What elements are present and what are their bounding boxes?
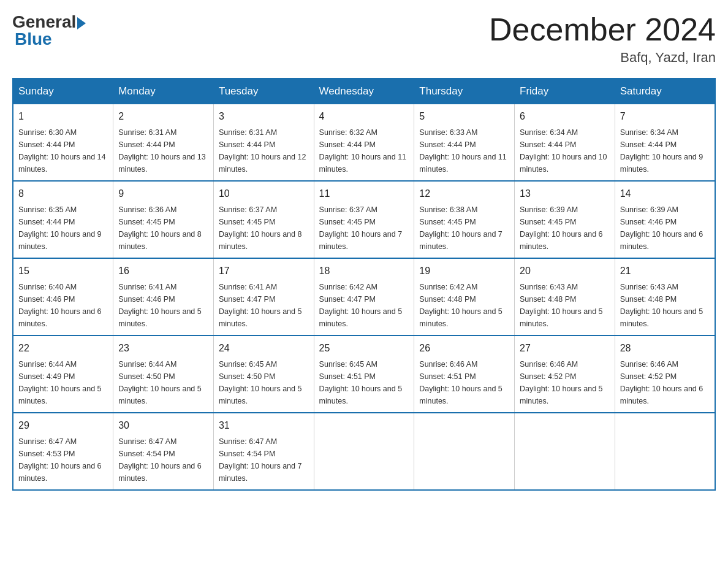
day-info: Sunrise: 6:31 AMSunset: 4:44 PMDaylight:… — [219, 126, 309, 175]
calendar-cell: 21Sunrise: 6:43 AMSunset: 4:48 PMDayligh… — [615, 258, 715, 335]
day-info: Sunrise: 6:37 AMSunset: 4:45 PMDaylight:… — [319, 204, 409, 253]
day-info: Sunrise: 6:37 AMSunset: 4:45 PMDaylight:… — [219, 204, 309, 253]
calendar-header-thursday: Thursday — [414, 79, 515, 104]
day-number: 5 — [419, 109, 509, 124]
calendar-cell: 31Sunrise: 6:47 AMSunset: 4:54 PMDayligh… — [213, 413, 314, 490]
calendar-week-5: 29Sunrise: 6:47 AMSunset: 4:53 PMDayligh… — [13, 413, 715, 490]
calendar-cell: 6Sunrise: 6:34 AMSunset: 4:44 PMDaylight… — [515, 104, 615, 182]
calendar-cell: 24Sunrise: 6:45 AMSunset: 4:50 PMDayligh… — [213, 335, 314, 413]
day-info: Sunrise: 6:47 AMSunset: 4:54 PMDaylight:… — [118, 435, 208, 484]
day-number: 8 — [18, 186, 108, 201]
calendar-header-saturday: Saturday — [615, 79, 715, 104]
calendar-cell: 7Sunrise: 6:34 AMSunset: 4:44 PMDaylight… — [615, 104, 715, 182]
day-info: Sunrise: 6:45 AMSunset: 4:51 PMDaylight:… — [319, 358, 409, 407]
day-info: Sunrise: 6:34 AMSunset: 4:44 PMDaylight:… — [520, 126, 610, 175]
day-number: 17 — [219, 264, 309, 278]
calendar-cell: 22Sunrise: 6:44 AMSunset: 4:49 PMDayligh… — [13, 335, 113, 413]
day-info: Sunrise: 6:47 AMSunset: 4:54 PMDaylight:… — [219, 435, 309, 484]
day-info: Sunrise: 6:46 AMSunset: 4:52 PMDaylight:… — [520, 358, 610, 407]
calendar-header-wednesday: Wednesday — [314, 79, 414, 104]
calendar-week-1: 1Sunrise: 6:30 AMSunset: 4:44 PMDaylight… — [13, 104, 715, 182]
calendar-cell: 3Sunrise: 6:31 AMSunset: 4:44 PMDaylight… — [213, 104, 314, 182]
day-info: Sunrise: 6:46 AMSunset: 4:51 PMDaylight:… — [419, 358, 509, 407]
day-number: 19 — [419, 264, 509, 278]
day-number: 28 — [620, 341, 710, 356]
day-info: Sunrise: 6:42 AMSunset: 4:48 PMDaylight:… — [419, 281, 509, 330]
day-number: 9 — [118, 186, 208, 201]
day-info: Sunrise: 6:34 AMSunset: 4:44 PMDaylight:… — [620, 126, 710, 175]
calendar-cell: 5Sunrise: 6:33 AMSunset: 4:44 PMDaylight… — [414, 104, 515, 182]
calendar-cell: 16Sunrise: 6:41 AMSunset: 4:46 PMDayligh… — [113, 258, 214, 335]
calendar-table: SundayMondayTuesdayWednesdayThursdayFrid… — [12, 78, 716, 491]
logo-arrow-icon — [77, 17, 86, 29]
calendar-cell: 29Sunrise: 6:47 AMSunset: 4:53 PMDayligh… — [13, 413, 113, 490]
day-number: 16 — [118, 264, 208, 278]
calendar-cell: 28Sunrise: 6:46 AMSunset: 4:52 PMDayligh… — [615, 335, 715, 413]
day-number: 31 — [219, 418, 309, 433]
calendar-cell: 4Sunrise: 6:32 AMSunset: 4:44 PMDaylight… — [314, 104, 414, 182]
day-number: 13 — [520, 186, 610, 201]
day-number: 7 — [620, 109, 710, 124]
day-info: Sunrise: 6:33 AMSunset: 4:44 PMDaylight:… — [419, 126, 509, 175]
day-number: 24 — [219, 341, 309, 356]
calendar-cell: 13Sunrise: 6:39 AMSunset: 4:45 PMDayligh… — [515, 181, 615, 258]
calendar-cell: 30Sunrise: 6:47 AMSunset: 4:54 PMDayligh… — [113, 413, 214, 490]
day-number: 29 — [18, 418, 108, 433]
day-number: 30 — [118, 418, 208, 433]
day-number: 27 — [520, 341, 610, 356]
day-number: 2 — [118, 109, 208, 124]
day-info: Sunrise: 6:42 AMSunset: 4:47 PMDaylight:… — [319, 281, 409, 330]
calendar-week-3: 15Sunrise: 6:40 AMSunset: 4:46 PMDayligh… — [13, 258, 715, 335]
calendar-header-monday: Monday — [113, 79, 214, 104]
day-info: Sunrise: 6:40 AMSunset: 4:46 PMDaylight:… — [18, 281, 108, 330]
logo: General Blue — [12, 12, 86, 49]
calendar-cell: 9Sunrise: 6:36 AMSunset: 4:45 PMDaylight… — [113, 181, 214, 258]
day-number: 26 — [419, 341, 509, 356]
calendar-cell: 2Sunrise: 6:31 AMSunset: 4:44 PMDaylight… — [113, 104, 214, 182]
day-info: Sunrise: 6:43 AMSunset: 4:48 PMDaylight:… — [520, 281, 610, 330]
day-info: Sunrise: 6:44 AMSunset: 4:49 PMDaylight:… — [18, 358, 108, 407]
page-header: General Blue December 2024 Bafq, Yazd, I… — [12, 12, 716, 66]
day-info: Sunrise: 6:47 AMSunset: 4:53 PMDaylight:… — [18, 435, 108, 484]
calendar-week-2: 8Sunrise: 6:35 AMSunset: 4:44 PMDaylight… — [13, 181, 715, 258]
day-info: Sunrise: 6:41 AMSunset: 4:47 PMDaylight:… — [219, 281, 309, 330]
calendar-header-friday: Friday — [515, 79, 615, 104]
day-number: 12 — [419, 186, 509, 201]
day-number: 6 — [520, 109, 610, 124]
day-number: 1 — [18, 109, 108, 124]
day-info: Sunrise: 6:45 AMSunset: 4:50 PMDaylight:… — [219, 358, 309, 407]
calendar-week-4: 22Sunrise: 6:44 AMSunset: 4:49 PMDayligh… — [13, 335, 715, 413]
day-info: Sunrise: 6:35 AMSunset: 4:44 PMDaylight:… — [18, 204, 108, 253]
day-number: 14 — [620, 186, 710, 201]
day-number: 10 — [219, 186, 309, 201]
day-info: Sunrise: 6:31 AMSunset: 4:44 PMDaylight:… — [118, 126, 208, 175]
calendar-cell: 26Sunrise: 6:46 AMSunset: 4:51 PMDayligh… — [414, 335, 515, 413]
day-number: 23 — [118, 341, 208, 356]
day-number: 22 — [18, 341, 108, 356]
calendar-cell — [615, 413, 715, 490]
day-number: 20 — [520, 264, 610, 278]
day-info: Sunrise: 6:46 AMSunset: 4:52 PMDaylight:… — [620, 358, 710, 407]
day-info: Sunrise: 6:39 AMSunset: 4:45 PMDaylight:… — [520, 204, 610, 253]
day-number: 4 — [319, 109, 409, 124]
day-info: Sunrise: 6:38 AMSunset: 4:45 PMDaylight:… — [419, 204, 509, 253]
calendar-cell: 25Sunrise: 6:45 AMSunset: 4:51 PMDayligh… — [314, 335, 414, 413]
month-title: December 2024 — [489, 12, 716, 47]
day-info: Sunrise: 6:32 AMSunset: 4:44 PMDaylight:… — [319, 126, 409, 175]
calendar-cell: 27Sunrise: 6:46 AMSunset: 4:52 PMDayligh… — [515, 335, 615, 413]
calendar-header-sunday: Sunday — [13, 79, 113, 104]
day-number: 3 — [219, 109, 309, 124]
day-info: Sunrise: 6:43 AMSunset: 4:48 PMDaylight:… — [620, 281, 710, 330]
calendar-cell — [414, 413, 515, 490]
day-number: 21 — [620, 264, 710, 278]
day-number: 15 — [18, 264, 108, 278]
calendar-cell: 11Sunrise: 6:37 AMSunset: 4:45 PMDayligh… — [314, 181, 414, 258]
title-section: December 2024 Bafq, Yazd, Iran — [489, 12, 716, 66]
logo-blue-text: Blue — [15, 29, 52, 49]
calendar-cell — [314, 413, 414, 490]
calendar-cell: 17Sunrise: 6:41 AMSunset: 4:47 PMDayligh… — [213, 258, 314, 335]
calendar-cell: 18Sunrise: 6:42 AMSunset: 4:47 PMDayligh… — [314, 258, 414, 335]
calendar-cell: 10Sunrise: 6:37 AMSunset: 4:45 PMDayligh… — [213, 181, 314, 258]
calendar-cell: 20Sunrise: 6:43 AMSunset: 4:48 PMDayligh… — [515, 258, 615, 335]
calendar-cell: 8Sunrise: 6:35 AMSunset: 4:44 PMDaylight… — [13, 181, 113, 258]
